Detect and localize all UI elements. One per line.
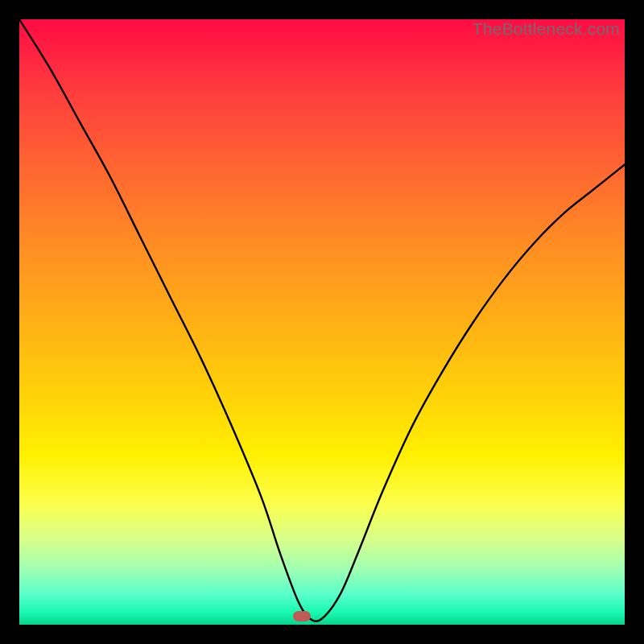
plot-area: TheBottleneck.com <box>19 19 625 625</box>
bottleneck-curve <box>19 19 625 625</box>
chart-frame: TheBottleneck.com <box>0 0 644 644</box>
curve-path <box>19 19 625 621</box>
optimal-marker <box>293 611 311 621</box>
